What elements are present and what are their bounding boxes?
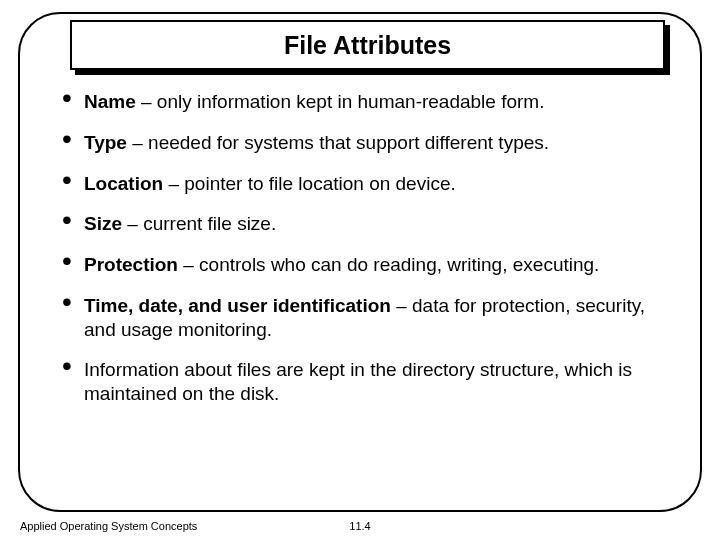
bullet-text: Information about files are kept in the … <box>84 359 632 404</box>
title-box: File Attributes <box>70 20 665 70</box>
content-area: Name – only information kept in human-re… <box>62 90 672 500</box>
footer-left-text: Applied Operating System Concepts <box>20 520 197 532</box>
bullet-bold: Type <box>84 132 127 153</box>
list-item: Time, date, and user identification – da… <box>62 294 672 342</box>
bullet-text: – current file size. <box>122 213 276 234</box>
list-item: Information about files are kept in the … <box>62 358 672 406</box>
list-item: Protection – controls who can do reading… <box>62 253 672 277</box>
list-item: Type – needed for systems that support d… <box>62 131 672 155</box>
bullet-text: – only information kept in human-readabl… <box>136 91 545 112</box>
list-item: Size – current file size. <box>62 212 672 236</box>
bullet-text: – needed for systems that support differ… <box>127 132 549 153</box>
bullet-list: Name – only information kept in human-re… <box>62 90 672 406</box>
bullet-bold: Location <box>84 173 163 194</box>
bullet-text: – pointer to file location on device. <box>163 173 456 194</box>
slide-title: File Attributes <box>284 31 451 60</box>
footer: Applied Operating System Concepts 11.4 <box>18 516 702 534</box>
list-item: Name – only information kept in human-re… <box>62 90 672 114</box>
bullet-bold: Size <box>84 213 122 234</box>
bullet-bold: Protection <box>84 254 178 275</box>
bullet-text: – controls who can do reading, writing, … <box>178 254 599 275</box>
bullet-bold: Time, date, and user identification <box>84 295 391 316</box>
footer-page-number: 11.4 <box>349 520 370 532</box>
title-container: File Attributes <box>70 20 665 70</box>
list-item: Location – pointer to file location on d… <box>62 172 672 196</box>
slide: File Attributes Name – only information … <box>0 0 720 540</box>
bullet-bold: Name <box>84 91 136 112</box>
